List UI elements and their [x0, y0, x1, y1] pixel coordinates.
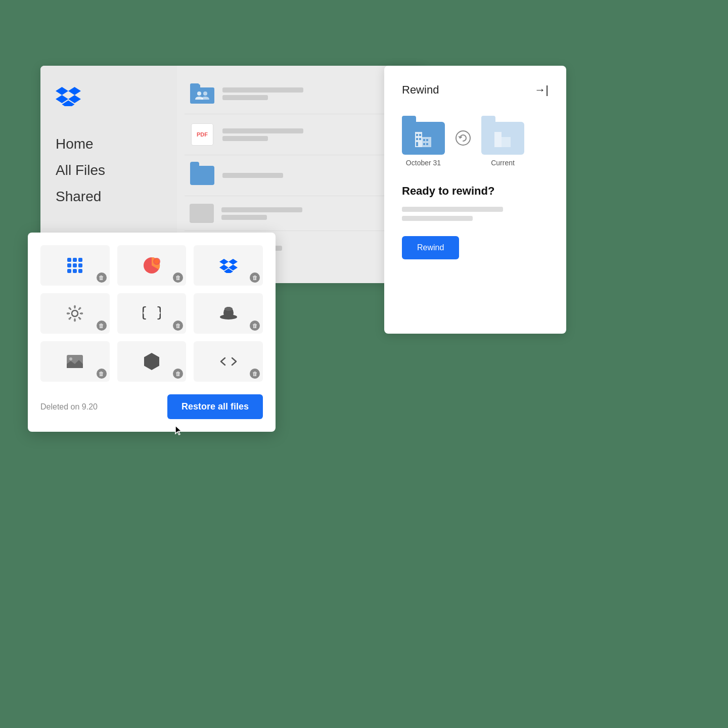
- gear-icon: [66, 305, 83, 322]
- svg-rect-2: [191, 84, 200, 89]
- svg-point-36: [69, 357, 72, 360]
- svg-rect-9: [419, 138, 421, 140]
- delete-badge-gear[interactable]: 🗑: [97, 321, 107, 331]
- svg-rect-23: [74, 305, 76, 308]
- deleted-item-hat[interactable]: 🗑: [194, 293, 263, 334]
- deleted-item-grid[interactable]: 🗑: [40, 245, 110, 286]
- dropbox-logo-icon: [56, 86, 81, 106]
- deleted-item-code[interactable]: 🗑: [194, 341, 263, 382]
- folder-tab-october: [402, 116, 416, 123]
- rewind-desc-lines: [402, 207, 549, 221]
- deleted-popup-footer: Deleted on 9.20 Restore all files: [40, 394, 263, 419]
- file-item-pdf[interactable]: PDF: [185, 114, 417, 155]
- deleted-item-gear[interactable]: 🗑: [40, 293, 110, 334]
- file-text-line-secondary: [222, 95, 268, 100]
- rewind-header: Rewind →|: [402, 83, 549, 97]
- svg-rect-12: [423, 139, 425, 141]
- sidebar-logo: [56, 86, 162, 108]
- rewind-desc-line-2: [402, 216, 473, 221]
- file-icon-team-wrapper: [190, 81, 215, 106]
- deleted-files-popup: 🗑 🗑 🗑: [28, 233, 276, 432]
- sidebar-item-home[interactable]: Home: [56, 133, 162, 155]
- folder-icon: [190, 166, 214, 185]
- svg-point-22: [72, 310, 78, 316]
- deleted-item-photo[interactable]: 🗑: [40, 341, 110, 382]
- svg-point-16: [456, 131, 470, 145]
- dropbox-mini-icon: [219, 258, 238, 273]
- file-text-line-primary: [222, 128, 303, 133]
- folder-label-october: October 31: [406, 159, 441, 167]
- svg-rect-14: [423, 143, 425, 145]
- svg-rect-0: [190, 87, 214, 104]
- svg-marker-37: [144, 353, 159, 370]
- rewind-folder-october: October 31: [402, 122, 445, 167]
- sidebar-item-all-files[interactable]: All Files: [56, 160, 162, 181]
- code-icon: [219, 354, 238, 369]
- file-icon-pdf-wrapper: PDF: [190, 122, 215, 147]
- svg-rect-17: [494, 132, 502, 147]
- file-text-line-primary: [222, 87, 303, 93]
- file-item-team[interactable]: [185, 73, 417, 114]
- deleted-item-pie[interactable]: 🗑: [117, 245, 187, 286]
- rewind-subtitle: Ready to rewind?: [402, 185, 549, 198]
- svg-rect-11: [422, 137, 431, 147]
- deleted-item-hex[interactable]: 🗑: [117, 341, 187, 382]
- hex-icon: [143, 352, 160, 371]
- svg-rect-10: [416, 142, 418, 146]
- delete-badge-hat[interactable]: 🗑: [250, 321, 260, 331]
- delete-badge-pie[interactable]: 🗑: [173, 272, 183, 283]
- file-text-team: [222, 87, 412, 100]
- folder-icon-current: [481, 122, 524, 155]
- svg-rect-24: [74, 319, 76, 322]
- rewind-direction-icon: [455, 130, 471, 159]
- delete-badge-code[interactable]: 🗑: [250, 369, 260, 379]
- sidebar-navigation: Home All Files Shared: [56, 133, 162, 207]
- delete-badge-hex[interactable]: 🗑: [173, 369, 183, 379]
- svg-rect-7: [419, 134, 421, 136]
- svg-point-21: [154, 259, 159, 264]
- svg-rect-13: [426, 139, 428, 141]
- building-icon-current: [490, 128, 516, 149]
- file-text-line-primary: [222, 173, 283, 178]
- rewind-folder-current: Current: [481, 122, 524, 167]
- svg-rect-26: [80, 312, 83, 314]
- rewind-folders-comparison: October 31 Current: [402, 122, 549, 167]
- folder-label-current: Current: [491, 159, 515, 167]
- delete-badge-braces[interactable]: 🗑: [173, 321, 183, 331]
- braces-icon: { }: [143, 304, 161, 323]
- folder-icon-october: [402, 122, 445, 155]
- svg-point-3: [197, 92, 201, 96]
- photo-icon: [66, 354, 84, 369]
- rewind-panel: Rewind →|: [384, 66, 566, 334]
- svg-point-4: [203, 92, 207, 96]
- file-item-folder[interactable]: [185, 155, 417, 196]
- file-text-extra-1: [221, 207, 412, 220]
- rewind-arrow-icon: →|: [534, 83, 549, 97]
- rewind-title: Rewind: [402, 83, 439, 97]
- delete-badge-dropbox[interactable]: 🗑: [250, 272, 260, 283]
- building-icon-october: [411, 128, 436, 149]
- grid-app-icon: [67, 258, 82, 273]
- svg-text:{ }: { }: [143, 304, 161, 321]
- restore-all-button[interactable]: Restore all files: [167, 394, 263, 419]
- deleted-files-grid: 🗑 🗑 🗑: [40, 245, 263, 382]
- svg-rect-8: [416, 138, 418, 140]
- deleted-item-braces[interactable]: { } 🗑: [117, 293, 187, 334]
- sidebar-item-shared[interactable]: Shared: [56, 186, 162, 207]
- svg-rect-25: [67, 312, 69, 314]
- rewind-button[interactable]: Rewind: [402, 236, 459, 259]
- file-text-line-secondary: [222, 136, 268, 141]
- delete-badge-grid[interactable]: 🗑: [97, 272, 107, 283]
- svg-point-34: [224, 307, 233, 311]
- svg-rect-18: [502, 137, 511, 147]
- file-item-extra-1[interactable]: [185, 196, 417, 231]
- team-folder-icon: [190, 83, 214, 104]
- svg-rect-15: [426, 143, 428, 145]
- delete-badge-photo[interactable]: 🗑: [97, 369, 107, 379]
- deleted-on-date: Deleted on 9.20: [40, 402, 98, 412]
- file-icon-folder-wrapper: [190, 163, 215, 188]
- file-icon-placeholder: [190, 204, 214, 223]
- deleted-item-dropbox[interactable]: 🗑: [194, 245, 263, 286]
- pie-chart-icon: [143, 256, 161, 275]
- svg-rect-6: [416, 134, 418, 136]
